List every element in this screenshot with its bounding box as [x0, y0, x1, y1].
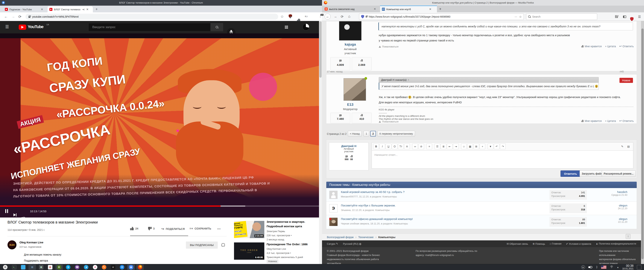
- bbcode-button[interactable]: ✎: [620, 144, 625, 149]
- jump-to-top-button[interactable]: ↑: [626, 234, 630, 239]
- upload-file-button[interactable]: Загрузить файл: [580, 170, 604, 177]
- style-chooser[interactable]: Сатурн ✎: [327, 242, 338, 245]
- quote-header[interactable]: Дмитрий Н сказал(а): ↑: [379, 77, 599, 82]
- cite-link[interactable]: + Цитата: [605, 119, 616, 122]
- channel-name[interactable]: Oleg Kerman Live: [20, 241, 44, 244]
- keepassxc-icon[interactable]: K: [56, 264, 63, 270]
- suggested-title[interactable]: Прохождение The Order: 1886: [266, 243, 320, 246]
- ordered-list-button[interactable]: ≣: [441, 144, 446, 149]
- show-desktop-button[interactable]: [637, 265, 642, 269]
- youtube-wordmark[interactable]: YouTube: [28, 24, 44, 29]
- pagination-prev[interactable]: < Назад: [348, 131, 362, 137]
- scrollbar-thumb[interactable]: [642, 29, 644, 259]
- bookmark-star-icon[interactable]: ☆: [519, 15, 522, 19]
- thunderbird-icon[interactable]: ✉: [118, 264, 126, 270]
- link-button[interactable]: ∞: [412, 144, 418, 149]
- youtube-apps-icon[interactable]: [285, 26, 286, 27]
- back-icon[interactable]: ←: [4, 15, 8, 19]
- suggested-channel[interactable]: Электрик Пермь: [266, 230, 285, 233]
- outdent-button[interactable]: ⇤: [447, 144, 452, 149]
- notes-app-icon[interactable]: ▤: [28, 264, 36, 270]
- volume-tray-icon[interactable]: [588, 265, 592, 269]
- more-actions-icon[interactable]: ⋯: [217, 227, 220, 231]
- cite-link[interactable]: + Цитата: [605, 45, 616, 48]
- suggested-thumbnail-1[interactable]: ДЕЛАЮ ТОЛЬКО В ГОФРЕ ПРОСТЫМ ИНСТРУМЕНТО…: [234, 221, 264, 238]
- post-number[interactable]: #45: [620, 70, 624, 73]
- share-button[interactable]: ↪ ПОДЕЛИТЬСЯ: [161, 227, 185, 231]
- username[interactable]: kajuga: [330, 42, 370, 47]
- library-icon[interactable]: [615, 15, 618, 18]
- tab-close-icon[interactable]: ✕: [429, 8, 432, 11]
- channel-bell-icon[interactable]: [221, 243, 225, 247]
- like-link[interactable]: Мне нравится: [581, 119, 602, 122]
- avatar[interactable]: [339, 21, 362, 41]
- topic-title[interactable]: Какой игровой компьютер за 40-50 т.р. со…: [341, 190, 404, 194]
- pagination-first-unread[interactable]: К первому непрочитанному: [378, 131, 415, 137]
- progress-bar[interactable]: [0, 205, 322, 207]
- chromium-titlebar[interactable]: ВЛОГ Смотор телевизоров в магазине Элект…: [0, 0, 322, 6]
- reload-icon[interactable]: ⟳: [18, 15, 22, 19]
- new-tab-button[interactable]: +: [439, 7, 442, 11]
- username[interactable]: Дмитрий Н: [329, 144, 368, 148]
- video-player[interactable]: ГОД КОПИ СРАЗУ КУПИ «РАССРОЧКА 0.0.24» А…: [0, 33, 322, 217]
- report-link[interactable]: Пожаловаться: [379, 45, 398, 48]
- bluetooth-tray-icon[interactable]: ᛒ: [596, 265, 598, 269]
- breadcrumb-item[interactable]: Технические: [358, 236, 374, 239]
- keyboard-layout-us-icon[interactable]: [601, 265, 606, 269]
- ublock-icon[interactable]: 88: [289, 14, 292, 18]
- footer-link-help[interactable]: ⊕ Помощь: [532, 242, 545, 245]
- taskbar-clock[interactable]: 00:38 10.01.2021: [622, 264, 634, 270]
- intellij-idea-icon[interactable]: IJ: [109, 264, 117, 270]
- firefox-tab-forum[interactable]: ВФ Компьютер или ноутб ✕: [380, 6, 437, 12]
- tab-close-icon[interactable]: ✕: [86, 8, 89, 11]
- calendar-icon[interactable]: ▦: [46, 264, 54, 270]
- playlist-icon[interactable]: ≡♪: [305, 15, 308, 18]
- tab-audio-icon[interactable]: ◄): [82, 8, 85, 11]
- firefox-menu-icon[interactable]: ☰: [638, 15, 641, 19]
- tracking-shield-icon[interactable]: [361, 15, 364, 19]
- chromium-tab-subscriptions[interactable]: Подписки - YouTube ✕: [3, 6, 47, 12]
- bold-button[interactable]: B: [373, 144, 379, 149]
- youtube-search-input[interactable]: [92, 25, 204, 29]
- channel-avatar[interactable]: OLEG: [8, 240, 16, 249]
- terminal-icon[interactable]: >_: [10, 264, 18, 270]
- new-tab-button[interactable]: +: [96, 7, 98, 12]
- redo-button[interactable]: ↷: [500, 144, 506, 149]
- drafts-button[interactable]: ▼: [488, 144, 493, 149]
- youtube-search-box[interactable]: [88, 23, 210, 31]
- telegram-icon[interactable]: ◄: [82, 264, 90, 270]
- address-bar[interactable]: https://www.forum-volgograd.ru/threads/3…: [359, 14, 524, 20]
- youtube-logo-icon[interactable]: [19, 25, 26, 30]
- subscribed-button[interactable]: ВЫ ПОДПИСАНЫ: [186, 241, 218, 249]
- smilies-button[interactable]: ☺: [461, 144, 467, 149]
- topic-title[interactable]: Посоветуйте офисно-домашний недорогой ко…: [341, 217, 413, 220]
- advanced-mode-button[interactable]: Расширенный режим...: [602, 170, 636, 177]
- file-manager-icon[interactable]: [20, 264, 27, 270]
- reply-submit-button[interactable]: Ответить: [560, 170, 580, 177]
- firefox-scrollbar[interactable]: [641, 21, 644, 264]
- avatar[interactable]: [344, 78, 366, 101]
- forward-icon[interactable]: →: [334, 15, 337, 19]
- footer-link-feedback[interactable]: ✉ Обратная связь: [506, 242, 528, 245]
- reply-textarea[interactable]: Напишите ответ...: [372, 151, 633, 169]
- bookmark-star-icon[interactable]: ☆: [280, 14, 284, 19]
- youtube-search-button[interactable]: [210, 23, 223, 31]
- chromium-tab-video[interactable]: ВЛОГ Смотор телевизо ◄) ✕: [48, 6, 93, 12]
- search-bar[interactable]: Search: [526, 14, 597, 20]
- topic-title[interactable]: Посоветуйте ноутбук с большим экраном.: [341, 204, 396, 207]
- list-button[interactable]: ☰: [434, 144, 440, 149]
- font-family-button[interactable]: A: [404, 144, 410, 149]
- reload-icon[interactable]: ⟳: [341, 15, 344, 19]
- ublock-icon[interactable]: [630, 17, 634, 21]
- pagination-page-1[interactable]: 1: [364, 131, 369, 137]
- sidebar-icon[interactable]: [623, 16, 626, 18]
- pause-button-icon[interactable]: [5, 209, 8, 213]
- similar-topic-row[interactable]: Какой игровой компьютер за 40-50 т.р. со…: [326, 188, 637, 202]
- indent-button[interactable]: ⇥: [453, 144, 459, 149]
- username[interactable]: E13: [330, 102, 370, 107]
- skype-icon[interactable]: S: [64, 264, 72, 270]
- tab-close-icon[interactable]: ✕: [41, 8, 43, 11]
- undo-button[interactable]: ↶: [494, 144, 500, 149]
- address-bar[interactable]: youtube.com/watch?v=WNL5P4TRNm4: [26, 14, 278, 20]
- reply-link[interactable]: ↩Ответить: [619, 44, 634, 48]
